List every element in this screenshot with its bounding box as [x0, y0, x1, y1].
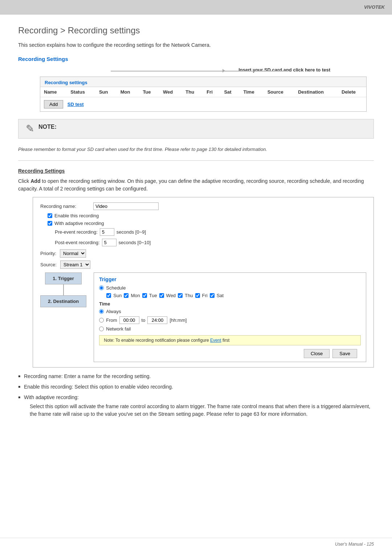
add-button[interactable]: Add [44, 100, 63, 108]
from-radio[interactable] [99, 318, 104, 323]
body-text1: Click Add to open the recording setting … [18, 177, 374, 193]
list-item-1: Recording name: Enter a name for the rec… [18, 373, 374, 380]
source-select[interactable]: Stream 1 [60, 260, 90, 269]
note-bottom: Note: To enable recording notification p… [99, 335, 361, 345]
col-time: Time [240, 87, 264, 97]
close-button[interactable]: Close [304, 349, 330, 358]
divider [18, 160, 374, 161]
section2-heading: Recording Settings [18, 168, 374, 174]
source-label: Source: [40, 262, 57, 267]
list-item-2: Enable this recording: Select this optio… [18, 383, 374, 391]
post-event-input[interactable] [102, 239, 117, 246]
col-source: Source [264, 87, 295, 97]
post-event-row: Post-event recording: seconds [0~10] [55, 239, 366, 246]
trigger-left: 1. Trigger 2. Destination [40, 272, 86, 362]
note-bottom-text: Note: To enable recording notification p… [104, 338, 210, 343]
sd-test-tooltip: Insert your SD card and click here to te… [238, 67, 330, 73]
top-bar: VIVOTEK [0, 0, 392, 15]
tue-checkbox[interactable] [142, 293, 147, 298]
trigger-layout: 1. Trigger 2. Destination Trigger Schedu… [40, 272, 366, 362]
col-wed: Wed [159, 87, 182, 97]
network-fail-radio[interactable] [99, 327, 104, 331]
from-label: From [106, 317, 117, 323]
table-row-add: Add SD test [40, 97, 366, 112]
wed-checkbox[interactable] [159, 293, 164, 298]
always-radio[interactable] [99, 309, 104, 314]
hhmm-label: [hh:mm] [170, 317, 187, 323]
pre-event-range: seconds [0~9] [117, 229, 146, 235]
col-sun: Sun [95, 87, 117, 97]
network-fail-row: Network fail [99, 326, 361, 332]
time-title: Time [99, 301, 361, 307]
sun-checkbox[interactable] [106, 293, 111, 298]
event-link-suffix: first [221, 338, 230, 343]
enable-row: Enable this recording [48, 213, 366, 218]
sun-label: Sun [113, 293, 122, 298]
pre-event-input[interactable] [100, 228, 114, 236]
recording-form-box: Recording name: Enable this recording Wi… [33, 197, 374, 368]
note-icon: ✎ [26, 124, 34, 134]
col-destination: Destination [294, 87, 338, 97]
recording-settings-heading: Recording Settings [18, 56, 374, 62]
to-time-input[interactable] [147, 316, 167, 324]
rs-box-title: Recording settings [40, 77, 366, 87]
from-time-input[interactable] [119, 316, 139, 324]
adaptive-label: With adaptive recording [54, 221, 104, 226]
trigger-box-2[interactable]: 2. Destination [40, 295, 86, 307]
schedule-label: Schedule [106, 285, 126, 291]
adaptive-checkbox[interactable] [48, 221, 52, 226]
trigger-box-1[interactable]: 1. Trigger [45, 272, 82, 284]
tue-label: Tue [149, 293, 157, 298]
trigger-arrow [63, 284, 64, 295]
sd-test-link[interactable]: SD test [68, 102, 84, 107]
intro-text: This section explains how to configure t… [18, 42, 374, 48]
col-thu: Thu [182, 87, 203, 97]
recording-table: Name Status Sun Mon Tue Wed Thu Fri Sat … [40, 87, 366, 111]
days-row: Sun Mon Tue Wed Thu Fri Sat [106, 293, 361, 298]
page-title: Recording > Recording settings [18, 25, 374, 36]
list-item-3: With adaptive recording: Select this opt… [18, 394, 374, 418]
btn-row: Close Save [99, 349, 361, 358]
pre-event-row: Pre-event recording: seconds [0~9] [55, 228, 366, 236]
sat-label: Sat [217, 293, 224, 298]
mon-checkbox[interactable] [124, 293, 128, 298]
bullet-main-3: With adaptive recording: [24, 394, 79, 400]
col-fri: Fri [203, 87, 220, 97]
sat-checkbox[interactable] [210, 293, 215, 298]
col-delete: Delete [338, 87, 366, 97]
priority-select[interactable]: Normal [60, 249, 86, 258]
brand-name: VIVOTEK [364, 4, 385, 10]
enable-checkbox[interactable] [48, 213, 52, 218]
thu-checkbox[interactable] [178, 293, 183, 298]
recording-settings-box: Recording settings Name Status Sun Mon T… [40, 77, 367, 112]
col-tue: Tue [139, 87, 159, 97]
source-row: Source: Stream 1 [40, 260, 366, 269]
event-link[interactable]: Event [210, 338, 221, 343]
from-radio-row: From to [hh:mm] [99, 316, 361, 324]
always-radio-row: Always [99, 309, 361, 314]
priority-label: Priority: [40, 251, 56, 256]
recording-name-input[interactable] [93, 202, 159, 210]
mon-label: Mon [131, 293, 140, 298]
bullet-main-2: Enable this recording: Select this optio… [24, 384, 173, 390]
fri-checkbox[interactable] [195, 293, 200, 298]
col-sat: Sat [220, 87, 240, 97]
post-event-label: Post-event recording: [55, 240, 100, 245]
priority-row: Priority: Normal [40, 249, 366, 258]
col-name: Name [40, 87, 67, 97]
page-footer: User's Manual - 125 [0, 538, 392, 550]
adaptive-row: With adaptive recording [48, 221, 366, 226]
col-mon: Mon [117, 87, 139, 97]
note-title: NOTE: [38, 124, 57, 130]
thu-label: Thu [185, 293, 193, 298]
recording-name-label: Recording name: [40, 204, 91, 209]
bullet-main-1: Recording name: Enter a name for the rec… [24, 373, 151, 379]
note-text: Please remember to format your SD card w… [18, 146, 374, 153]
col-status: Status [67, 87, 95, 97]
schedule-radio[interactable] [99, 286, 104, 290]
wed-label: Wed [166, 293, 176, 298]
enable-label: Enable this recording [54, 213, 99, 218]
to-label: to [142, 317, 146, 323]
trigger-panel-title: Trigger [99, 276, 361, 282]
save-button[interactable]: Save [332, 349, 357, 358]
